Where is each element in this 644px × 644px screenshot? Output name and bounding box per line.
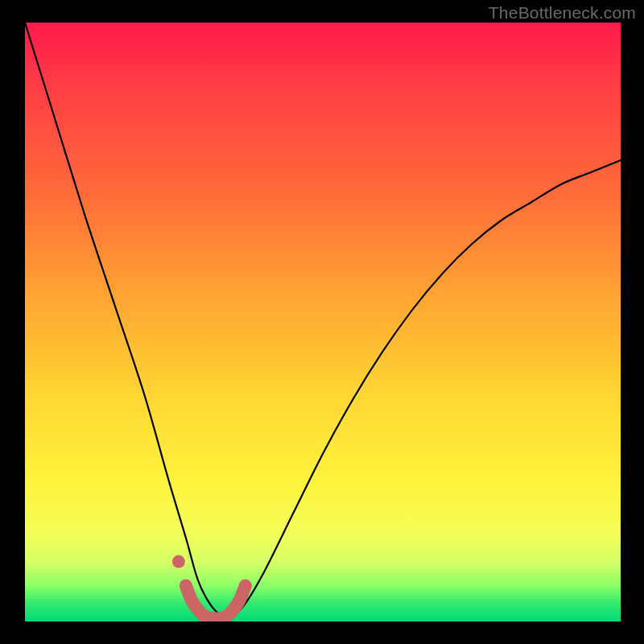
bottleneck-curve	[25, 23, 621, 617]
chart-frame: TheBottleneck.com	[0, 0, 644, 644]
watermark-text: TheBottleneck.com	[489, 3, 636, 23]
highlight-segment	[186, 585, 246, 618]
highlight-start-dot	[172, 555, 185, 568]
curve-layer	[25, 23, 621, 621]
plot-area	[25, 23, 621, 621]
